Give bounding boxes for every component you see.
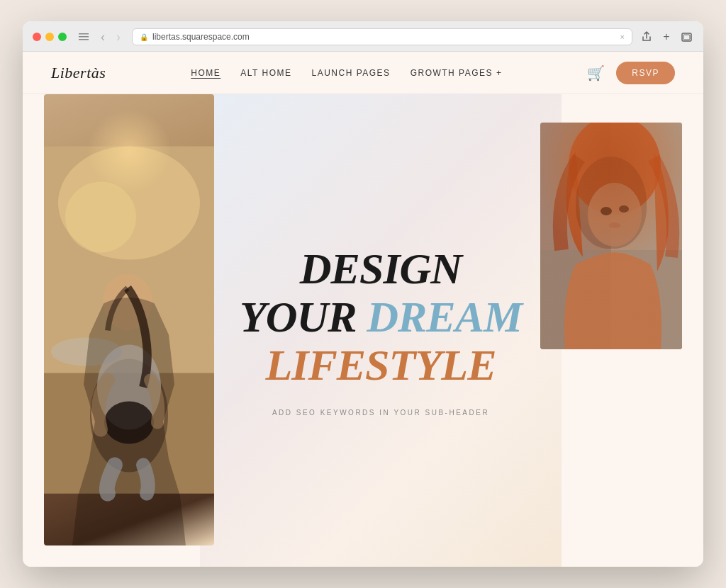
lock-icon: 🔒 <box>140 33 148 41</box>
svg-point-20 <box>619 205 629 213</box>
svg-point-10 <box>104 402 154 444</box>
svg-point-11 <box>103 274 152 331</box>
headline-design: DESIGN <box>240 244 522 293</box>
svg-rect-2 <box>79 39 89 40</box>
traffic-lights <box>33 33 67 41</box>
nav-alt-home[interactable]: ALT HOME <box>240 68 291 78</box>
new-tab-button[interactable]: + <box>659 30 674 44</box>
address-bar[interactable]: 🔒 libertas.squarespace.com × <box>132 28 632 45</box>
sidebar-toggle-button[interactable] <box>78 31 89 43</box>
nav-arrows: ‹ › <box>96 30 125 43</box>
hero-subheader: ADD SEO KEYWORDS IN YOUR SUB-HEADER <box>272 409 489 417</box>
website-content: Libertàs HOME ALT HOME LAUNCH PAGES GROW… <box>23 52 703 567</box>
hero-headline: DESIGN YOUR DREAM LIFESTYLE <box>240 244 522 390</box>
hero-section: DESIGN YOUR DREAM LIFESTYLE ADD SEO KEYW… <box>23 94 703 567</box>
nav-launch-pages[interactable]: LAUNCH PAGES <box>311 68 390 78</box>
headline-your: YOUR <box>240 293 367 341</box>
browser-chrome: ‹ › 🔒 libertas.squarespace.com × + <box>23 21 703 52</box>
left-photo <box>44 94 214 545</box>
hero-center: DESIGN YOUR DREAM LIFESTYLE ADD SEO KEYW… <box>200 94 562 567</box>
header-actions: 🛒 RSVP <box>587 62 675 84</box>
tabs-overview-button[interactable] <box>679 30 693 44</box>
browser-window: ‹ › 🔒 libertas.squarespace.com × + <box>23 21 703 567</box>
url-text: libertas.squarespace.com <box>152 32 250 42</box>
svg-point-21 <box>609 222 620 228</box>
nav-home[interactable]: HOME <box>191 68 220 78</box>
browser-actions: + <box>640 30 693 44</box>
headline-your-dream: YOUR DREAM <box>240 293 522 341</box>
svg-point-9 <box>97 345 161 430</box>
svg-rect-7 <box>44 373 214 494</box>
forward-button[interactable]: › <box>112 30 125 43</box>
back-button[interactable]: ‹ <box>96 30 109 43</box>
svg-point-17 <box>569 123 661 215</box>
cart-icon[interactable]: 🛒 <box>587 64 605 81</box>
svg-rect-4 <box>683 35 690 40</box>
svg-point-8 <box>90 359 168 473</box>
tab-close-button[interactable]: × <box>620 33 625 41</box>
minimize-traffic-light[interactable] <box>45 33 54 41</box>
svg-rect-0 <box>79 33 89 35</box>
window-controls <box>78 31 89 43</box>
site-logo: Libertàs <box>51 64 106 82</box>
headline-lifestyle: LIFESTYLE <box>240 341 522 389</box>
svg-point-13 <box>51 338 122 366</box>
share-button[interactable] <box>640 30 654 44</box>
close-traffic-light[interactable] <box>33 33 41 41</box>
right-photo <box>540 123 682 349</box>
svg-point-19 <box>601 207 612 215</box>
headline-dream: DREAM <box>367 293 522 341</box>
site-header: Libertàs HOME ALT HOME LAUNCH PAGES GROW… <box>23 52 703 94</box>
nav-growth-pages[interactable]: GROWTH PAGES <box>411 68 503 78</box>
svg-rect-22 <box>540 123 682 349</box>
site-nav: HOME ALT HOME LAUNCH PAGES GROWTH PAGES <box>191 68 502 78</box>
svg-rect-1 <box>79 36 89 38</box>
rsvp-button[interactable]: RSVP <box>616 62 675 84</box>
svg-point-12 <box>65 182 136 253</box>
svg-point-18 <box>588 183 642 247</box>
maximize-traffic-light[interactable] <box>58 33 67 41</box>
